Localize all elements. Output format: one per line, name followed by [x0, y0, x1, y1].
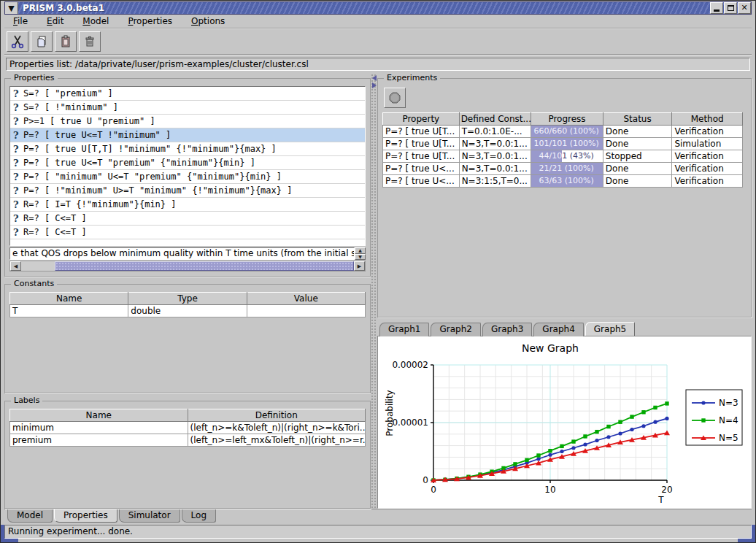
experiments-toolbar [382, 86, 747, 109]
paste-button[interactable] [55, 31, 77, 52]
collapse-right-icon[interactable] [372, 82, 377, 88]
property-row[interactable]: ?S=? [ "premium" ] [10, 87, 365, 101]
table-cell: N=3,T=0.0:1... [459, 138, 531, 150]
frame-corner [1, 525, 4, 542]
question-icon: ? [13, 227, 20, 238]
table-row[interactable]: premium(left_n>=left_mx&Toleft_n)|(right… [10, 434, 366, 447]
question-icon: ? [13, 130, 20, 141]
triangle-right-icon: ▶ [358, 263, 361, 269]
property-row[interactable]: ?R=? [ I=T {!"minimum"}{min} ] [10, 198, 365, 212]
property-description-field[interactable]: e that QOS drops below minimum quality w… [9, 247, 355, 260]
table-cell: Stopped [603, 150, 672, 163]
question-icon: ? [13, 102, 20, 113]
experiment-row[interactable]: P=? [ true U[T...N=3,T=0.0:1...44/101 (4… [383, 150, 743, 163]
column-header[interactable]: Progress [531, 113, 603, 126]
triangle-up-icon: ▲ [358, 249, 362, 252]
tab-simulator[interactable]: Simulator [119, 509, 180, 523]
tab-model[interactable]: Model [7, 509, 53, 523]
table-cell: Verification [672, 175, 743, 188]
property-text: P=? [ true U<=T !"minimum" ] [23, 130, 171, 140]
window-menu-button[interactable]: ▼ [5, 2, 18, 14]
constants-groupbox: Constants NameTypeValueTdouble [4, 284, 371, 393]
spinner-up-button[interactable]: ▲ [355, 247, 366, 254]
experiment-row[interactable]: P=? [ true U<...N=3,T=0.0:1...21/21 (100… [383, 163, 743, 175]
table-row[interactable]: Tdouble [10, 305, 366, 317]
column-header[interactable]: Definition [188, 409, 366, 422]
scroll-left-button[interactable]: ◀ [10, 261, 21, 271]
property-row[interactable]: ?P=? [ true U<=T !"minimum" ] [10, 128, 365, 142]
property-text: R=? [ C<=T ] [23, 227, 87, 237]
table-row[interactable]: minimum(left_n>=k&Toleft_n)|(right_n>=k&… [10, 422, 366, 434]
menu-options[interactable]: Options [191, 16, 225, 26]
triangle-left-icon: ◀ [14, 263, 18, 269]
property-row[interactable]: ?P>=1 [ true U "premium" ] [10, 115, 365, 128]
property-row[interactable]: ?P=? [ true U<=T "premium" {"minimum"}{m… [10, 156, 365, 170]
svg-text:T: T [657, 495, 664, 505]
column-header[interactable]: Defined Const... [459, 113, 531, 126]
triangle-down-icon: ▼ [358, 255, 362, 258]
experiment-row[interactable]: P=? [ true U[T...N=3,T=0.0:1...101/101 (… [383, 138, 743, 150]
table-cell: (left_n>=left_mx&Toleft_n)|(right_n>=r..… [188, 434, 366, 447]
scrollbar-track[interactable] [21, 261, 55, 271]
minimize-icon [714, 9, 720, 12]
table-cell: Done [603, 126, 672, 138]
title-bar[interactable]: ▼ PRISM 3.0.beta1 ✕ [4, 1, 752, 15]
property-description-row: e that QOS drops below minimum quality w… [9, 247, 366, 260]
column-header[interactable]: Status [603, 113, 672, 126]
menu-properties[interactable]: Properties [128, 16, 172, 26]
column-header[interactable]: Property [383, 113, 460, 126]
property-text: S=? [ "premium" ] [23, 88, 113, 99]
question-icon: ? [13, 144, 20, 155]
property-row[interactable]: ?P=? [ !"minimum" U>=T "minimum" {!"mini… [10, 184, 365, 198]
property-row[interactable]: ?R=? [ C<=T ] [10, 212, 365, 226]
tab-log[interactable]: Log [182, 509, 216, 523]
property-row[interactable]: ?R=? [ C<=T ] [10, 226, 365, 239]
column-header[interactable]: Name [10, 293, 128, 305]
column-header[interactable]: Name [10, 409, 188, 422]
copy-button[interactable] [31, 31, 53, 52]
spinner-down-button[interactable]: ▼ [355, 254, 366, 261]
labels-groupbox: Labels NameDefinitionminimum(left_n>=k&T… [4, 401, 371, 509]
right-panel: Experiments PropertyDefined Const...Prog… [377, 74, 752, 509]
property-row[interactable]: ?S=? [ !"minimum" ] [10, 101, 365, 115]
menu-edit[interactable]: Edit [47, 16, 63, 26]
tab-graph4[interactable]: Graph4 [533, 323, 583, 336]
scroll-right-button[interactable]: ▶ [354, 261, 365, 271]
collapse-left-icon[interactable] [372, 75, 377, 81]
tab-graph2[interactable]: Graph2 [431, 323, 480, 336]
menu-bar: FileEditModelPropertiesOptions [4, 15, 752, 29]
tab-graph3[interactable]: Graph3 [482, 323, 532, 336]
column-header[interactable]: Type [128, 293, 247, 305]
experiment-row[interactable]: P=? [ true U[T...T=0.0:1.0E-...660/660 (… [383, 126, 743, 138]
property-text: P=? [ true U<=T "premium" {"minimum"}{mi… [23, 158, 255, 168]
property-row[interactable]: ?P=? [ true U[T,T] !"minimum" {!"minimum… [10, 142, 365, 156]
svg-text:0.00002: 0.00002 [392, 360, 428, 370]
minimize-button[interactable] [710, 2, 723, 14]
svg-text:N=4: N=4 [719, 415, 738, 425]
property-text: R=? [ C<=T ] [23, 213, 87, 223]
experiment-row[interactable]: P=? [ true U<...N=3:1:5,T=0...63/63 (100… [383, 175, 743, 188]
scrollbar-thumb[interactable] [55, 261, 354, 271]
column-header[interactable]: Value [247, 293, 365, 305]
menu-file[interactable]: File [13, 16, 28, 26]
table-cell: Done [603, 138, 672, 150]
menu-model[interactable]: Model [82, 16, 109, 26]
labels-group-title: Labels [11, 396, 42, 405]
close-button[interactable]: ✕ [738, 2, 751, 14]
column-header[interactable]: Method [672, 113, 743, 126]
vertical-splitter[interactable] [371, 74, 377, 509]
tab-graph1[interactable]: Graph1 [379, 323, 429, 336]
maximize-button[interactable] [724, 2, 737, 14]
delete-button[interactable] [79, 31, 101, 52]
tab-graph5[interactable]: Graph5 [585, 322, 635, 336]
svg-text:10: 10 [544, 485, 555, 495]
property-text: R=? [ I=T {!"minimum"}{min} ] [23, 199, 177, 209]
table-cell: P=? [ true U[T... [383, 126, 460, 138]
tab-properties[interactable]: Properties [54, 509, 117, 523]
cut-button[interactable] [7, 31, 28, 52]
property-row[interactable]: ?P=? [ "minimum" U<=T "premium" {"minimu… [10, 170, 365, 184]
stop-experiment-button[interactable] [384, 88, 406, 108]
chevron-down-icon: ▼ [8, 4, 14, 13]
status-bar: Running experiment... done. [4, 525, 752, 539]
table-cell: P=? [ true U[T... [383, 138, 460, 150]
